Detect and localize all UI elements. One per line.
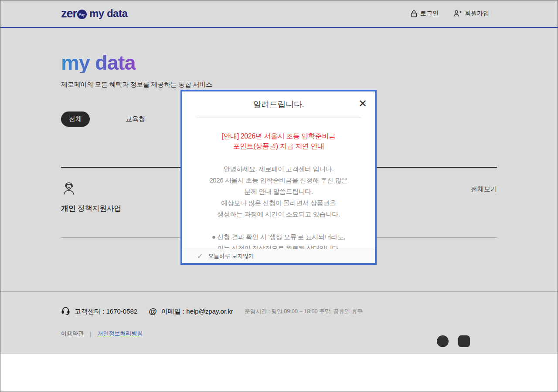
notice-modal: 알려드립니다. ✕ [안내] 2026년 서울시 초등 입학준비금 포인트(상품…	[180, 90, 377, 265]
dont-show-today-label: 오늘하루 보지않기	[208, 252, 254, 260]
page: zer Pay my data 로그인	[0, 0, 558, 354]
browser-background	[0, 354, 558, 392]
close-icon[interactable]: ✕	[358, 98, 367, 109]
modal-body: [안내] 2026년 서울시 초등 입학준비금 포인트(상품권) 지급 지연 안…	[182, 118, 375, 249]
check-icon: ✓	[197, 252, 203, 260]
modal-title: 알려드립니다.	[253, 99, 304, 110]
modal-alert-title: [안내] 2026년 서울시 초등 입학준비금 포인트(상품권) 지급 지연 안…	[191, 131, 366, 151]
modal-notice-text: ● 신청 결과 확인 시 '생성 오류'로 표시되더라도, 이는 신청이 정상적…	[191, 231, 366, 249]
dont-show-today-button[interactable]: ✓ 오늘하루 보지않기	[182, 249, 375, 263]
modal-body-text: 안녕하세요. 제로페이 고객센터 입니다. 2026 서울시 초등 입학준비금을…	[191, 163, 366, 220]
modal-header: 알려드립니다. ✕	[182, 91, 375, 118]
